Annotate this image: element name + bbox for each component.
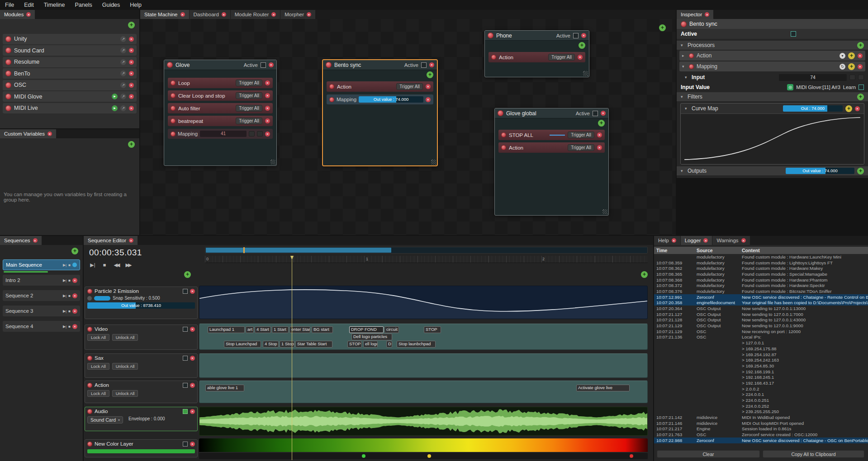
log-row[interactable]: 10:07:21.136 OSC Local IPs: [654,334,868,340]
remove-icon[interactable] [129,48,134,53]
color-gradient[interactable] [199,438,648,452]
power-icon[interactable] [689,53,694,58]
remove-icon[interactable] [265,93,270,98]
active-checkbox[interactable] [421,62,427,68]
remove-icon[interactable] [72,278,77,283]
add-variable-group-button[interactable] [128,141,135,148]
clear-button[interactable]: Clear [657,450,760,458]
add-state-button[interactable] [659,24,666,31]
tab-custom-variables[interactable]: Custom Variables [0,129,56,138]
remove-icon[interactable] [190,409,195,414]
power-icon[interactable] [5,105,11,111]
module-row[interactable]: MIDI Glove [3,91,137,102]
trigger-all-button[interactable]: Trigger All [568,132,594,138]
lane-particle2-automation[interactable] [199,286,648,319]
trigger-block[interactable]: art [246,326,254,333]
remove-icon[interactable] [129,60,134,65]
close-icon[interactable] [672,238,676,243]
unlock-all-button[interactable]: Unlock All [112,334,138,341]
power-icon[interactable] [87,383,92,388]
snap-slider[interactable] [94,296,110,301]
mapping-row[interactable]: Mapping 41 [168,129,273,139]
unlock-all-button[interactable]: Unlock All [112,363,138,370]
module-row[interactable]: Unity [3,34,137,44]
active-checkbox[interactable] [791,31,796,37]
layer-checkbox[interactable] [183,442,188,447]
power-icon[interactable] [171,80,175,85]
trigger-block[interactable]: Launchpad 1 [208,326,245,333]
remove-icon[interactable] [129,71,134,76]
detach-icon[interactable] [120,47,126,53]
power-icon[interactable] [5,59,11,65]
power-icon[interactable] [5,36,11,42]
power-icon[interactable] [87,409,92,414]
play-icon[interactable] [63,278,66,282]
outputs-section-header[interactable]: Outputs Out value : 74.000 [677,166,868,175]
module-row[interactable]: Sound Card [3,45,137,56]
log-row[interactable]: > 169.254.192.87 [654,352,868,358]
log-row[interactable]: > 169.254.85.30 [654,363,868,369]
learn-checkbox[interactable] [859,85,864,90]
power-icon[interactable] [326,62,332,68]
remove-icon[interactable] [265,118,270,123]
power-icon[interactable] [87,442,92,447]
prev-cue-button[interactable] [113,262,120,268]
log-row[interactable]: 10:07:08.372 modulefactory Found custom … [654,282,868,288]
remove-icon[interactable] [190,289,195,294]
state-machine-canvas[interactable]: Glove Active Loop Trigger All [140,19,676,235]
log-row[interactable]: 10:07:12.991 Zeroconf New OSC service di… [654,294,868,300]
close-icon[interactable] [129,238,133,243]
duplicate-icon[interactable] [848,52,855,59]
log-row[interactable]: 10:07:08.376 modulefactory Found custom … [654,288,868,294]
log-row[interactable]: > 224.0.0.252 [654,403,868,409]
power-icon[interactable] [171,118,175,123]
trigger-all-button[interactable]: Trigger All [236,105,262,112]
log-row[interactable]: 10:07:21.128 OSC Output Now sending to 1… [654,317,868,323]
layer-header-audio[interactable]: Audio Sound Card ▾ Enveloppe : 0.000 [85,407,198,431]
trigger-block[interactable]: Dell logo particles [351,334,392,340]
remove-icon[interactable] [858,53,863,58]
play-icon[interactable] [63,325,66,329]
remove-icon[interactable] [129,83,134,88]
lock-all-button[interactable]: Lock All [87,363,109,370]
remove-icon[interactable] [72,293,77,298]
chevron-right-icon[interactable] [682,54,686,58]
trigger-all-button[interactable]: Trigger All [568,144,594,151]
close-icon[interactable] [26,12,31,17]
remove-icon[interactable] [426,97,431,102]
trigger-block[interactable]: able glove live 1 [205,385,244,391]
log-row[interactable]: 10:07:08.365 modulefactory Found custom … [654,271,868,277]
trigger-all-button[interactable]: Trigger All [236,118,262,124]
trigger-all-button[interactable]: Trigger All [236,92,262,99]
log-row[interactable]: 10:07:21.127 OSC Output Now sending to 1… [654,311,868,317]
layer-checkbox[interactable] [183,289,188,294]
color-key-strip[interactable] [199,453,648,459]
stepper-button[interactable] [249,131,255,136]
next-cue-button[interactable] [124,262,132,268]
increment-button[interactable] [858,75,864,80]
chevron-down-icon[interactable] [681,43,685,47]
power-icon[interactable] [501,145,506,150]
trigger-block[interactable]: Stop launbchpad [397,341,436,348]
processor-mapping-row[interactable]: Mapping ↻ [679,61,865,71]
duplicate-icon[interactable] [845,105,852,112]
stepper-button[interactable] [257,131,263,136]
remove-icon[interactable] [597,132,602,137]
active-checkbox[interactable] [261,62,266,68]
trigger-block[interactable]: Activate glove live [576,385,630,391]
remove-icon[interactable] [190,356,195,361]
lane-audio-waveform[interactable] [199,407,648,436]
collapse-icon[interactable]: ▾ [840,53,845,59]
power-icon[interactable] [171,132,175,136]
node-header[interactable]: Bento sync Active [323,60,437,70]
node-glove-global[interactable]: Glove global Active STOP ALL Trigger All [494,108,609,216]
timeline-ruler[interactable]: 0 1 2 [205,256,648,263]
workspace-tab[interactable]: Module Router [231,10,280,19]
log-row[interactable]: 10:07:21.146 mididevice MIDI Out loopMID… [654,420,868,426]
command-item[interactable]: Clear Loop and stop Trigger All [168,90,273,101]
menu-item[interactable]: File [0,0,19,10]
node-phone[interactable]: Phone Active Action Trigger All [484,30,589,77]
power-icon[interactable] [171,93,175,98]
sequence-item[interactable]: Sequence 4 [3,321,80,332]
power-icon[interactable] [329,97,334,102]
